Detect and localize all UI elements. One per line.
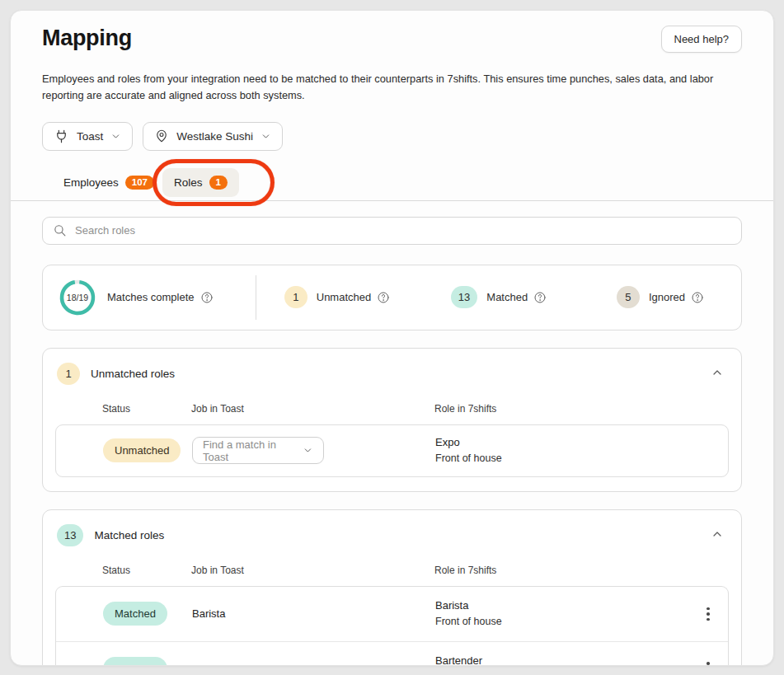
find-match-select[interactable]: Find a match in Toast — [192, 437, 324, 464]
matched-section-header: 13 Matched roles — [43, 510, 741, 551]
ignored-count-badge: 5 — [617, 286, 640, 308]
status-badge: Unmatched — [103, 438, 181, 462]
column-status: Status — [102, 565, 191, 576]
status-badge: Matched — [103, 657, 167, 666]
status-badge: Matched — [103, 602, 167, 626]
role-cell: Bartender Front of house — [435, 653, 688, 666]
progress-donut: 18/19 — [59, 279, 96, 316]
table-row: Unmatched Find a match in Toast Expo Fro… — [56, 425, 728, 476]
role-name: Barista — [435, 598, 688, 614]
match-summary-card: 18/19 Matches complete 1 Unmatched — [42, 265, 742, 330]
tabs-divider — [11, 200, 773, 201]
role-name: Expo — [435, 434, 688, 451]
matched-rows-card: Matched Barista Barista Front of house M… — [55, 586, 729, 666]
unmatched-section-count-badge: 1 — [57, 363, 80, 385]
help-icon[interactable] — [200, 291, 214, 304]
help-icon[interactable] — [691, 291, 704, 304]
matched-count-badge: 13 — [451, 286, 477, 308]
unmatched-section-header: 1 Unmatched roles — [43, 349, 741, 390]
job-name: Bartender — [192, 663, 435, 666]
unmatched-roles-section: 1 Unmatched roles Status Job in Toast Ro… — [42, 348, 742, 492]
matched-section-count-badge: 13 — [57, 524, 83, 546]
stat-matched: 13 Matched — [418, 286, 580, 308]
location-dropdown-label: Westlake Sushi — [176, 130, 253, 143]
progress-label: Matches complete — [107, 291, 195, 303]
role-cell: Expo Front of house — [435, 434, 688, 467]
unmatched-rows-card: Unmatched Find a match in Toast Expo Fro… — [55, 424, 729, 477]
table-row: Matched Bartender Bartender Front of hou… — [56, 641, 728, 666]
search-box — [42, 217, 742, 245]
stat-ignored: 5 Ignored — [580, 286, 741, 308]
column-status: Status — [102, 403, 191, 415]
need-help-button[interactable]: Need help? — [661, 26, 743, 53]
job-name: Barista — [192, 607, 435, 620]
tab-employees-label: Employees — [63, 176, 119, 189]
search-input[interactable] — [75, 224, 731, 237]
progress-fraction: 18/19 — [59, 279, 96, 316]
role-department: Front of house — [435, 451, 688, 466]
mapping-page-card: Mapping Need help? Employees and roles f… — [10, 10, 774, 666]
integration-dropdown[interactable]: Toast — [42, 122, 133, 151]
table-row: Matched Barista Barista Front of house — [56, 587, 728, 641]
tab-roles-label: Roles — [174, 176, 203, 189]
row-menu-kebab-icon[interactable] — [702, 602, 715, 626]
location-pin-icon — [154, 129, 169, 143]
progress-group: 18/19 Matches complete — [43, 279, 256, 316]
plug-icon — [54, 129, 69, 144]
chevron-down-icon — [261, 131, 271, 142]
chevron-down-icon — [110, 131, 121, 142]
employees-count-badge: 107 — [125, 176, 154, 190]
help-icon[interactable] — [377, 291, 390, 304]
chevron-down-icon — [303, 445, 313, 456]
page-header: Mapping Need help? — [42, 26, 742, 53]
filter-row: Toast Westlake Sushi — [42, 122, 742, 151]
matched-section-title: Matched roles — [94, 529, 164, 541]
table-header-row: Status Job in Toast Role in 7shifts — [55, 551, 729, 584]
page-description: Employees and roles from your integratio… — [42, 71, 742, 105]
row-menu-kebab-icon[interactable] — [702, 657, 715, 666]
unmatched-count-badge: 1 — [284, 286, 307, 308]
tab-roles[interactable]: Roles 1 — [162, 168, 239, 198]
chevron-up-icon — [711, 366, 724, 379]
unmatched-section-title: Unmatched roles — [91, 368, 175, 380]
chevron-up-icon — [711, 527, 724, 541]
integration-dropdown-label: Toast — [77, 130, 103, 143]
role-cell: Barista Front of house — [435, 598, 688, 630]
column-role-in-7shifts: Role in 7shifts — [434, 565, 689, 576]
table-header-row: Status Job in Toast Role in 7shifts — [55, 390, 729, 423]
collapse-section-button[interactable] — [707, 524, 727, 546]
tabs: Employees 107 Roles 1 — [42, 165, 742, 201]
help-icon[interactable] — [533, 291, 547, 304]
find-match-select-placeholder: Find a match in Toast — [203, 438, 303, 463]
column-role-in-7shifts: Role in 7shifts — [434, 403, 689, 415]
unmatched-label: Unmatched — [317, 291, 371, 303]
stat-unmatched: 1 Unmatched — [256, 286, 418, 308]
tab-employees[interactable]: Employees 107 — [52, 168, 166, 198]
column-job-in-toast: Job in Toast — [191, 565, 434, 576]
collapse-section-button[interactable] — [707, 363, 727, 385]
search-icon — [53, 223, 67, 237]
page-title: Mapping — [42, 26, 132, 51]
column-job-in-toast: Job in Toast — [191, 403, 434, 415]
ignored-label: Ignored — [649, 291, 685, 303]
role-department: Front of house — [435, 614, 688, 630]
summary-stats: 1 Unmatched 13 Matched — [256, 286, 741, 308]
roles-count-badge: 1 — [209, 176, 228, 190]
matched-label: Matched — [486, 291, 528, 303]
matched-roles-section: 13 Matched roles Status Job in Toast Rol… — [42, 509, 742, 666]
role-name: Bartender — [435, 653, 688, 666]
location-dropdown[interactable]: Westlake Sushi — [143, 122, 283, 151]
